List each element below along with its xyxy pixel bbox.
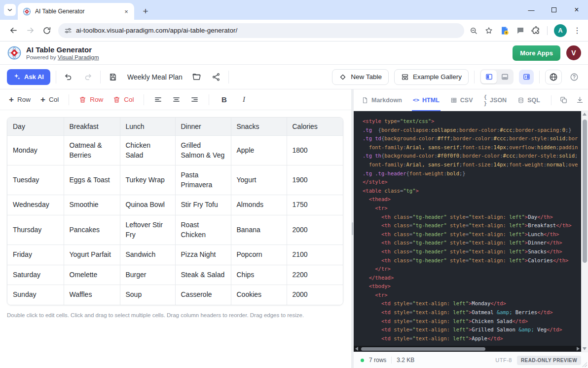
horizontal-scrollbar[interactable] (354, 346, 581, 352)
tab-csv[interactable]: CSV (450, 89, 473, 111)
table-cell[interactable]: Banana (231, 215, 287, 245)
column-header[interactable]: Day (7, 118, 64, 136)
table-cell[interactable]: Chips (231, 265, 287, 285)
table-cell[interactable]: Soup (120, 285, 175, 305)
save-button[interactable] (106, 70, 120, 84)
meal-table[interactable]: DayBreakfastLunchDinnerSnacksCalories Mo… (7, 118, 343, 305)
table-cell[interactable]: Apple (231, 136, 287, 165)
table-cell[interactable]: Grilled Salmon & Veg (175, 136, 231, 165)
table-cell[interactable]: Tuesday (7, 165, 64, 195)
table-cell[interactable]: Stir Fry Tofu (175, 195, 231, 215)
browser-menu-icon[interactable]: ⋮ (573, 26, 581, 35)
forward-button[interactable] (22, 22, 38, 39)
example-gallery-button[interactable]: Example Gallery (394, 69, 469, 85)
table-cell[interactable]: Sandwich (120, 245, 175, 265)
url-text[interactable]: ai-toolbox.visual-paradigm.com/app/ai-ta… (76, 27, 237, 34)
table-cell[interactable]: Pancakes (64, 215, 120, 245)
browser-tab[interactable]: AI Table Generator × (18, 3, 134, 20)
table-cell[interactable]: Almonds (231, 195, 287, 215)
table-cell[interactable]: Cookies (231, 285, 287, 305)
address-bar[interactable]: ai-toolbox.visual-paradigm.com/app/ai-ta… (58, 23, 464, 38)
scroll-down-icon[interactable] (583, 347, 587, 350)
comment-bubble-icon[interactable] (516, 26, 525, 35)
reload-button[interactable] (38, 22, 55, 39)
column-header[interactable]: Dinner (175, 118, 231, 136)
extensions-puzzle-icon[interactable] (531, 26, 541, 35)
table-cell[interactable]: Roast Chicken (175, 215, 231, 245)
download-button[interactable] (576, 96, 584, 104)
align-right-button[interactable] (190, 95, 199, 104)
italic-button[interactable]: I (239, 95, 249, 104)
undo-button[interactable] (62, 70, 75, 84)
bold-button[interactable]: B (219, 95, 229, 104)
table-cell[interactable]: Quinoa Bowl (120, 195, 175, 215)
scroll-right-icon[interactable] (577, 347, 580, 351)
tab-markdown[interactable]: Markdown (362, 89, 402, 111)
table-cell[interactable]: Friday (7, 245, 64, 265)
add-col-button[interactable]: +Col (40, 95, 59, 104)
table-cell[interactable]: Omelette (64, 265, 120, 285)
table-cell[interactable]: Chicken Salad (120, 136, 175, 165)
table-cell[interactable]: Turkey Wrap (120, 165, 175, 195)
table-cell[interactable]: Pizza Night (175, 245, 231, 265)
split-vertical-button[interactable] (481, 70, 497, 83)
site-info-icon[interactable] (64, 27, 72, 35)
tab-search-button[interactable] (4, 4, 16, 16)
window-close-button[interactable]: × (565, 0, 588, 20)
table-cell[interactable]: Burger (120, 265, 175, 285)
back-button[interactable] (5, 22, 22, 39)
document-title[interactable]: Weekly Meal Plan (127, 73, 183, 81)
help-button[interactable] (567, 70, 581, 84)
table-cell[interactable]: Monday (7, 136, 64, 165)
v-scroll-track[interactable] (581, 116, 588, 347)
table-cell[interactable]: Eggs & Toast (64, 165, 120, 195)
bookmark-star-icon[interactable] (484, 26, 493, 35)
add-row-button[interactable]: +Row (9, 95, 31, 104)
table-cell[interactable]: Saturday (7, 265, 64, 285)
more-apps-button[interactable]: More Apps (513, 45, 560, 61)
table-cell[interactable]: Steak & Salad (175, 265, 231, 285)
table-cell[interactable]: Yogurt Parfait (64, 245, 120, 265)
scroll-left-icon[interactable] (355, 347, 358, 351)
table-cell[interactable]: Casserole (175, 285, 231, 305)
h-scroll-track[interactable] (360, 347, 575, 351)
tab-html[interactable]: <>HTML (413, 89, 440, 111)
column-header[interactable]: Snacks (231, 118, 287, 136)
column-header[interactable]: Lunch (120, 118, 175, 136)
table-cell[interactable]: 2100 (287, 245, 343, 265)
table-cell[interactable]: Leftover Stir Fry (120, 215, 175, 245)
delete-col-button[interactable]: Col (113, 96, 134, 103)
language-button[interactable] (545, 70, 562, 84)
window-maximize-button[interactable] (543, 0, 565, 20)
new-tab-button[interactable]: + (139, 5, 152, 18)
table-cell[interactable]: Thursday (7, 215, 64, 245)
redo-button[interactable] (81, 70, 95, 84)
browser-profile-avatar[interactable]: A (554, 24, 567, 37)
table-cell[interactable]: Popcorn (231, 245, 287, 265)
align-center-button[interactable] (172, 95, 181, 104)
copy-button[interactable] (559, 96, 568, 104)
align-left-button[interactable] (154, 95, 162, 104)
v-scroll-thumb[interactable] (583, 120, 587, 263)
vertical-scrollbar[interactable] (581, 111, 588, 352)
split-horizontal-button[interactable] (497, 70, 513, 83)
table-cell[interactable]: Wednesday (7, 195, 64, 215)
tab-json[interactable]: { }JSON (483, 89, 507, 111)
visual-paradigm-link[interactable]: Visual Paradigm (58, 54, 99, 60)
zoom-out-icon[interactable] (469, 26, 478, 35)
share-button[interactable] (209, 70, 223, 84)
ask-ai-button[interactable]: Ask AI (7, 69, 50, 85)
panel-resize-handle[interactable] (351, 89, 354, 368)
user-avatar[interactable]: V (566, 45, 581, 60)
table-cell[interactable]: 2000 (287, 215, 343, 245)
table-cell[interactable]: Smoothie (64, 195, 120, 215)
delete-row-button[interactable]: Row (79, 96, 103, 103)
table-cell[interactable]: 2200 (287, 265, 343, 285)
table-cell[interactable]: 2000 (287, 285, 343, 305)
table-cell[interactable]: Oatmeal & Berries (64, 136, 120, 165)
resize-grip-icon[interactable] (582, 362, 587, 367)
h-scroll-thumb[interactable] (361, 347, 485, 351)
table-cell[interactable]: Pasta Primavera (175, 165, 231, 195)
column-header[interactable]: Breakfast (64, 118, 120, 136)
reading-list-icon[interactable] (500, 26, 510, 36)
